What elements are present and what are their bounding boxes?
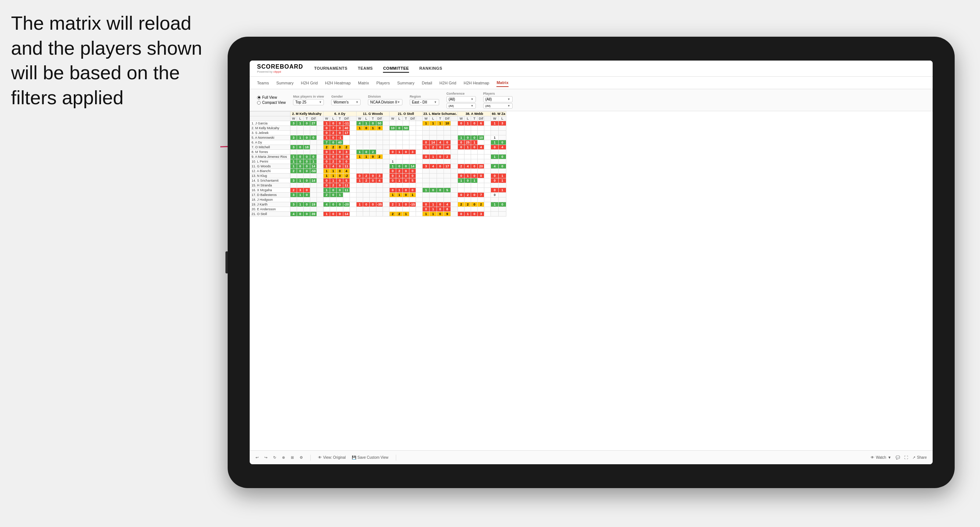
matrix-cell: 0: [297, 159, 304, 164]
matrix-cell: -11: [343, 121, 350, 126]
matrix-cell: 0: [430, 188, 437, 193]
division-select[interactable]: NCAA Division II ▼: [368, 99, 402, 105]
view-original-button[interactable]: 👁 View: Original: [318, 456, 346, 459]
col-header-name: [250, 111, 290, 116]
sub-nav-teams[interactable]: Teams: [257, 79, 269, 87]
sub-nav-matrix1[interactable]: Matrix: [358, 79, 369, 87]
matrix-cell: 0: [363, 202, 370, 207]
sub-nav-players[interactable]: Players: [376, 79, 390, 87]
player-name-cell: 12. A Bianchi: [250, 169, 290, 174]
settings-button[interactable]: ⚙: [300, 456, 303, 459]
share-button[interactable]: ↗ Share: [912, 456, 927, 459]
matrix-cell: [304, 174, 310, 178]
matrix-cell: [430, 183, 437, 188]
matrix-cell: [423, 197, 430, 202]
matrix-cell: [430, 131, 437, 135]
matrix-cell: 1: [423, 145, 430, 150]
matrix-cell: 0: [458, 212, 465, 216]
matrix-cell: [478, 188, 484, 193]
matrix-cell: [423, 159, 430, 164]
matrix-cell: [376, 212, 383, 216]
matrix-cell: [350, 202, 356, 207]
matrix-cell: [297, 150, 304, 154]
matrix-cell: [409, 131, 416, 135]
matrix-cell: [416, 164, 423, 169]
sub-nav-h2h-grid1[interactable]: H2H Grid: [301, 79, 318, 87]
sub-nav-h2h-heatmap1[interactable]: H2H Heatmap: [325, 79, 351, 87]
conference-select-all2[interactable]: (All) ▼: [447, 103, 476, 109]
table-row: 17. D Ballesteros310201110102070: [250, 193, 506, 197]
matrix-cell: [350, 197, 356, 202]
matrix-cell: [297, 126, 304, 131]
matrix-cell: [484, 159, 491, 164]
nav-teams[interactable]: TEAMS: [358, 65, 373, 73]
matrix-cell: [409, 145, 416, 150]
matrix-cell: 0: [491, 193, 499, 197]
matrix-cell: [370, 197, 376, 202]
matrix-cell: 0: [297, 212, 304, 216]
matrix-cell: [484, 126, 491, 131]
matrix-cell: [376, 183, 383, 188]
matrix-cell: [437, 169, 444, 174]
col-header-player5: 23. L Marie Schumac.: [423, 111, 458, 116]
gender-select[interactable]: Women's ▼: [331, 99, 361, 105]
matrix-cell: 1: [499, 178, 506, 183]
redo-button[interactable]: ↪: [264, 456, 267, 459]
sub-nav-summary1[interactable]: Summary: [276, 79, 293, 87]
save-custom-button[interactable]: 💾 Save Custom View: [352, 456, 388, 459]
matrix-cell: [350, 135, 356, 140]
matrix-cell: [499, 197, 506, 202]
sub-nav-detail[interactable]: Detail: [422, 79, 432, 87]
main-content[interactable]: 2. M Kelly Mulcahy 6. A Dy 11. G Woods 2…: [250, 111, 932, 450]
table-row: 12. A Bianchi200-5811040200: [250, 169, 506, 174]
matrix-cell: [376, 131, 383, 135]
layout-button[interactable]: ⊞: [291, 456, 294, 459]
matrix-cell: 27: [310, 121, 317, 126]
fullscreen-button[interactable]: ⛶: [904, 456, 908, 459]
matrix-cell: 1: [323, 169, 330, 174]
matrix-cell: [416, 121, 423, 126]
matrix-cell: [323, 207, 330, 212]
players-select-all2[interactable]: (All) ▼: [483, 103, 512, 109]
max-players-select[interactable]: Top 25 ▼: [293, 99, 324, 105]
region-select[interactable]: East - DII ▼: [410, 99, 439, 105]
players-select-all[interactable]: (All) ▼: [483, 96, 512, 102]
view-icon: 👁: [318, 456, 321, 459]
compact-view-radio[interactable]: Compact View: [257, 100, 286, 105]
matrix-cell: [350, 183, 356, 188]
sub-nav-summary2[interactable]: Summary: [397, 79, 415, 87]
sub-nav-matrix2[interactable]: Matrix: [496, 79, 508, 87]
comment-button[interactable]: 💬: [896, 456, 900, 459]
matrix-cell: [297, 140, 304, 145]
sub-nav-h2h-grid2[interactable]: H2H Grid: [439, 79, 457, 87]
matrix-cell: 2: [458, 164, 465, 169]
matrix-cell: 2: [458, 202, 465, 207]
watch-button[interactable]: 👁 Watch ▼: [870, 456, 891, 459]
matrix-cell: -20: [343, 202, 350, 207]
matrix-cell: [343, 135, 350, 140]
zoom-button[interactable]: ⊕: [282, 456, 285, 459]
matrix-cell: [471, 183, 478, 188]
matrix-cell: [444, 178, 450, 183]
toolbar-right: 👁 Watch ▼ 💬 ⛶ ↗ Share: [870, 456, 927, 459]
max-players-arrow: ▼: [319, 100, 321, 104]
matrix-cell: [471, 169, 478, 174]
matrix-table-wrapper[interactable]: 2. M Kelly Mulcahy 6. A Dy 11. G Woods 2…: [250, 111, 932, 450]
conference-select-all[interactable]: (All) ▼: [447, 96, 476, 102]
nav-rankings[interactable]: RANKINGS: [419, 65, 442, 73]
matrix-cell: [451, 164, 458, 169]
refresh-button[interactable]: ↻: [273, 456, 276, 459]
table-row: 16. X Mcgaha230100110100100501: [250, 188, 506, 193]
nav-committee[interactable]: COMMITTEE: [383, 65, 409, 73]
table-row: 3. S Jelinek02017: [250, 131, 506, 135]
matrix-cell: [471, 207, 478, 212]
matrix-cell: [451, 169, 458, 174]
full-view-radio[interactable]: Full View: [257, 95, 286, 100]
matrix-cell: [390, 131, 396, 135]
matrix-cell: [383, 150, 390, 154]
sub-nav-h2h-heatmap2[interactable]: H2H Heatmap: [464, 79, 490, 87]
matrix-cell: 0: [403, 150, 409, 154]
undo-button[interactable]: ↩: [256, 456, 258, 459]
matrix-cell: 2: [343, 145, 350, 150]
nav-tournaments[interactable]: TOURNAMENTS: [314, 65, 348, 73]
